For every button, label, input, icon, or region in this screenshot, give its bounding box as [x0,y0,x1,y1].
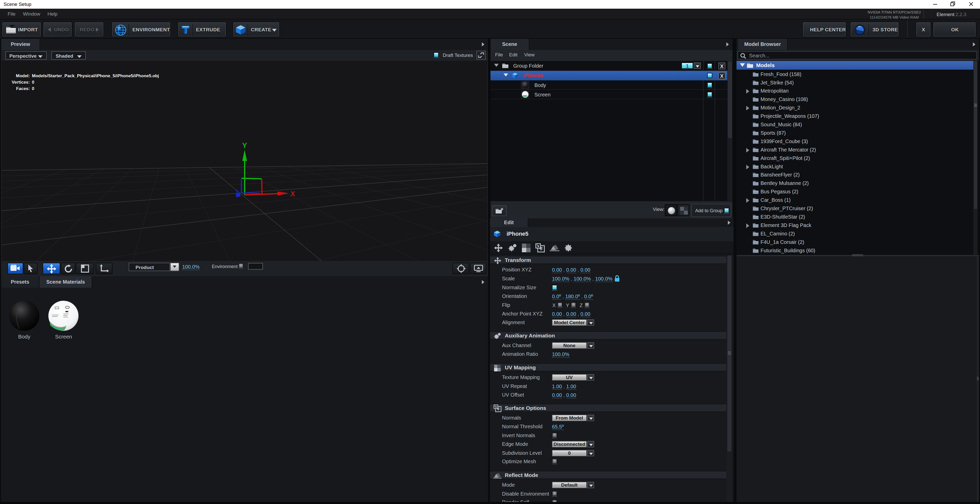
svg-text:Y: Y [242,141,247,149]
svg-text:X: X [290,190,295,198]
